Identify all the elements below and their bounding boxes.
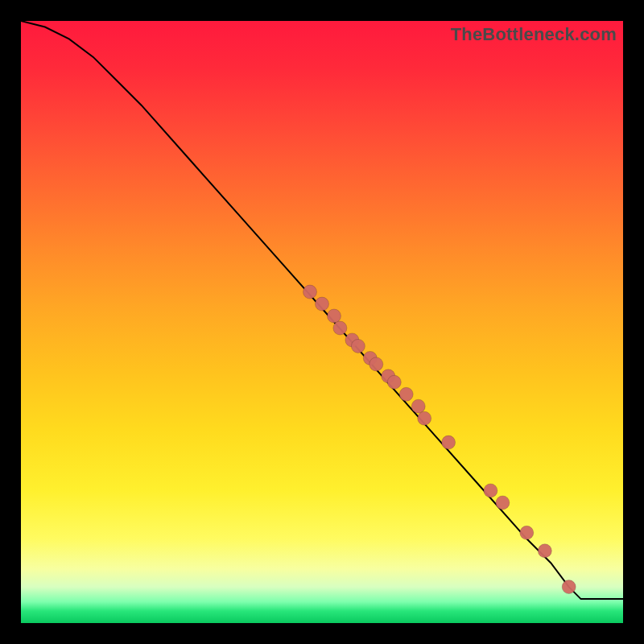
chart-overlay: [21, 21, 623, 623]
data-point: [562, 580, 576, 594]
data-point: [418, 411, 431, 425]
plot-area: TheBottleneck.com: [21, 21, 623, 623]
data-point: [442, 436, 456, 449]
data-point: [351, 339, 365, 353]
data-point: [303, 285, 317, 299]
data-point: [316, 297, 329, 311]
data-point: [538, 544, 551, 558]
data-point: [411, 399, 425, 413]
data-point: [328, 309, 341, 323]
data-point: [399, 387, 413, 401]
data-point: [484, 484, 497, 497]
data-point: [369, 357, 383, 371]
chart-frame: TheBottleneck.com: [0, 0, 644, 644]
data-point: [387, 375, 401, 389]
data-point: [496, 496, 510, 510]
data-point: [333, 321, 347, 335]
data-point: [520, 526, 534, 539]
